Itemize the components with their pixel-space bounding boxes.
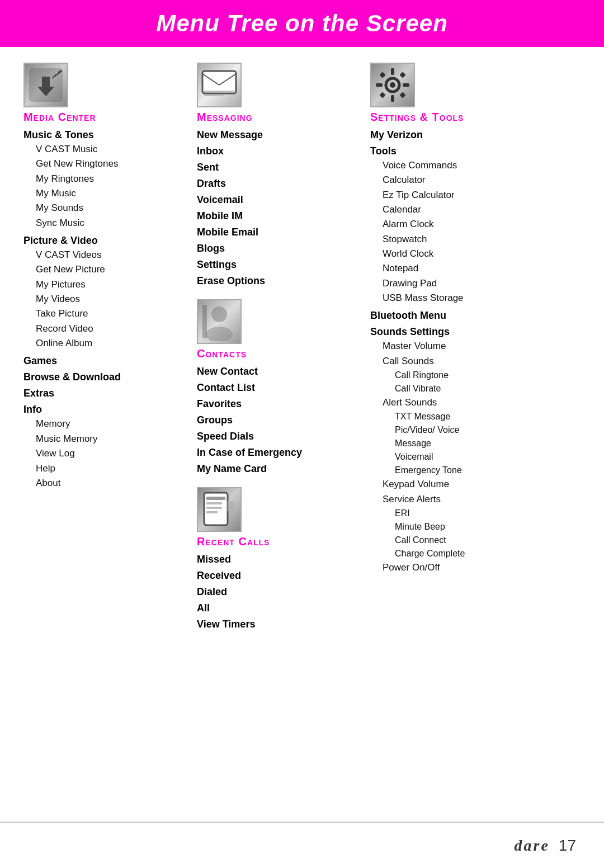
page-wrapper: Menu Tree on the Screen Media Center Mus… [0,0,604,868]
messaging-label: Messaging [197,111,370,124]
drafts: Drafts [197,178,370,190]
svg-rect-22 [399,72,405,78]
settings-tools-label: Settings & Tools [370,111,572,124]
notepad: Notepad [370,261,572,276]
blogs: Blogs [197,243,370,254]
charge-complete: Charge Complete [370,547,572,560]
memory: Memory [23,417,197,431]
record-video: Record Video [23,322,197,336]
page-footer: dare 17 [0,823,604,868]
vcast-videos: V CAST Videos [23,248,197,262]
contacts-sections: New Contact Contact List Favorites Group… [197,366,370,475]
about: About [23,476,197,490]
svg-rect-1 [202,71,236,93]
inbox: Inbox [197,145,370,157]
new-contact: New Contact [197,366,370,378]
sounds-settings: Sounds Settings [370,326,572,338]
recent-calls-icon [197,487,242,532]
call-ringtone: Call Ringtone [370,369,572,382]
svg-rect-20 [403,83,409,87]
mobile-im: Mobile IM [197,210,370,222]
voicemail-sub: Voicemail [370,450,572,464]
svg-rect-13 [206,511,218,513]
column-settings-tools: Settings & Tools My Verizon Tools Voice … [370,63,572,634]
alarm-clock: Alarm Clock [370,217,572,232]
pic-video-voice: Pic/Video/ Voice [370,423,572,437]
svg-rect-24 [399,92,405,98]
contacts-label: Contacts [197,347,370,360]
svg-rect-4 [204,91,234,92]
erase-options: Erase Options [197,275,370,287]
stopwatch: Stopwatch [370,232,572,247]
recent-calls-sections: Missed Received Dialed All View Timers [197,554,370,630]
txt-message: TXT Message [370,410,572,423]
calendar: Calendar [370,202,572,217]
keypad-volume: Keypad Volume [370,477,572,492]
svg-rect-12 [206,507,222,509]
svg-rect-5 [204,95,224,96]
svg-rect-11 [206,502,222,504]
sent: Sent [197,162,370,173]
sounds-settings-section: Sounds Settings Master Volume Call Sound… [370,326,572,575]
info-header: Info [23,404,197,416]
vcast-music: V CAST Music [23,142,197,157]
picture-video-header: Picture & Video [23,235,197,247]
my-verizon: My Verizon [370,129,572,141]
svg-rect-10 [206,497,225,500]
svg-rect-14 [226,501,234,511]
games-section: Games [23,355,197,367]
music-memory: Music Memory [23,432,197,446]
my-videos: My Videos [23,292,197,306]
in-case-of-emergency: In Case of Emergency [197,447,370,459]
received: Received [197,570,370,582]
call-sounds: Call Sounds [370,354,572,369]
bluetooth-menu: Bluetooth Menu [370,310,572,322]
service-alerts: Service Alerts [370,492,572,507]
column-media-center: Media Center Music & Tones V CAST Music … [23,63,197,634]
recent-calls-label: Recent Calls [197,535,370,548]
svg-rect-18 [391,95,394,102]
minute-beep: Minute Beep [370,520,572,534]
sync-music: Sync Music [23,216,197,230]
master-volume: Master Volume [370,339,572,353]
favorites: Favorites [197,398,370,410]
svg-rect-21 [379,72,385,78]
my-verizon-section: My Verizon [370,129,572,141]
media-center-label: Media Center [23,111,197,124]
new-message: New Message [197,129,370,141]
extras-section: Extras [23,388,197,399]
contact-list: Contact List [197,382,370,394]
contacts-section-wrapper: Contacts New Contact Contact List Favori… [197,299,370,475]
messaging-sections: New Message Inbox Sent Drafts Voicemail … [197,129,370,287]
usb-mass-storage: USB Mass Storage [370,291,572,305]
brand-logo: dare [515,837,550,855]
view-timers: View Timers [197,619,370,630]
get-new-ringtones: Get New Ringtones [23,157,197,171]
recent-calls-section-wrapper: Recent Calls Missed Received Dialed All … [197,487,370,630]
svg-point-16 [390,82,395,88]
media-center-icon [23,63,68,107]
dialed: Dialed [197,586,370,598]
voice-commands: Voice Commands [370,158,572,173]
power-on-off: Power On/Off [370,560,572,575]
three-column-layout: Media Center Music & Tones V CAST Music … [0,47,604,634]
messaging-icon [197,63,242,107]
browse-download-section: Browse & Download [23,371,197,383]
contacts-icon [197,299,242,344]
my-music: My Music [23,186,197,201]
message: Message [370,437,572,450]
music-tones-section: Music & Tones V CAST Music Get New Ringt… [23,129,197,230]
svg-point-7 [206,327,233,341]
page-header: Menu Tree on the Screen [0,0,604,45]
eri: ERI [370,507,572,520]
alert-sounds: Alert Sounds [370,395,572,410]
settings-tools-icon [370,63,415,107]
help: Help [23,461,197,476]
speed-dials: Speed Dials [197,431,370,442]
picture-video-section: Picture & Video V CAST Videos Get New Pi… [23,235,197,351]
my-name-card: My Name Card [197,463,370,475]
voicemail: Voicemail [197,194,370,206]
page-title: Menu Tree on the Screen [0,10,604,37]
groups: Groups [197,414,370,426]
page-number: 17 [559,837,576,855]
